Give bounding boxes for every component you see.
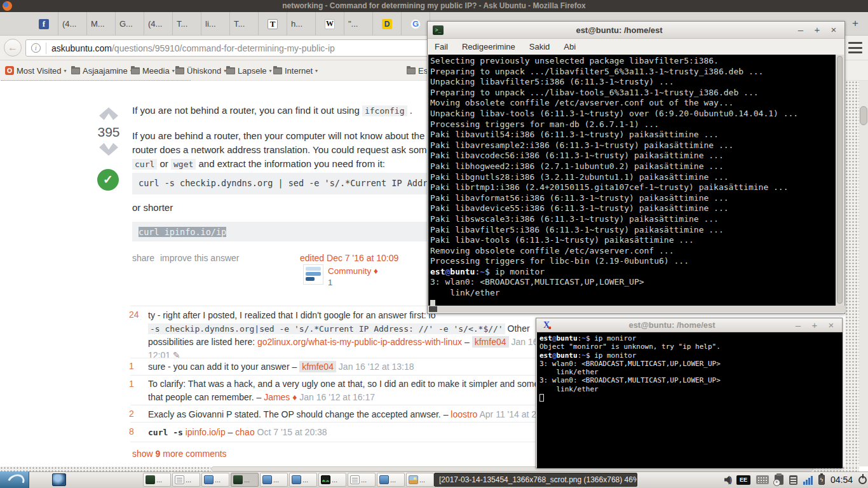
terminal-scrollbar-thumb[interactable] (837, 56, 843, 304)
vote-up-arrow[interactable] (99, 107, 118, 120)
folder-icon (379, 475, 389, 484)
tab-3[interactable]: M... (87, 12, 116, 36)
taskbar-button-files[interactable]: ... (377, 473, 405, 487)
taskbar-button-terminal[interactable]: ... (143, 473, 171, 487)
divider (130, 375, 537, 376)
xterm-icon: X (541, 320, 552, 330)
tab-12[interactable]: "... (344, 12, 373, 36)
menu-sakid[interactable]: Sakid (529, 42, 550, 51)
maximize-button[interactable]: + (811, 24, 823, 36)
menu-fail[interactable]: Fail (435, 42, 448, 51)
terminal-output[interactable]: est@buntu:~$ ip monirorObject "moniror" … (537, 332, 843, 468)
edit-comment-icon[interactable]: ✎ (173, 350, 180, 360)
tab-7[interactable]: li... (201, 12, 230, 36)
close-button[interactable]: × (828, 24, 839, 36)
taskbar-button-files[interactable]: ... (201, 473, 229, 487)
bookmark-uhiskond[interactable]: Ühiskond▾ (175, 60, 226, 81)
taskbar-button-files[interactable]: ... (260, 473, 288, 487)
go2linux-link[interactable]: go2linux.org/what-is-my-public-ip-addres… (257, 337, 462, 347)
bookmark-internet[interactable]: Internet▾ (273, 60, 318, 81)
bookmarks-focus-dots (1, 80, 191, 81)
taskbar-button-editor[interactable]: ... (348, 473, 376, 487)
edited-link[interactable]: edited Dec 7 '16 at 10:09 (300, 253, 398, 263)
community-user-link[interactable]: Community ♦ (328, 266, 378, 276)
bookmark-es[interactable]: Es (407, 60, 428, 81)
bookmark-asjaajamine[interactable]: Asjaajamine▾ (71, 60, 133, 81)
bookmark-most-visited[interactable]: Most Visited▾ (5, 60, 67, 81)
tab-delfi[interactable]: D (373, 12, 402, 36)
user-link-kfmfe04[interactable]: kfmfe04 (472, 336, 509, 348)
terminal-line: Unpacking libavfilter5:i386 (6:11.3-1~tr… (430, 77, 837, 88)
site-info-icon[interactable]: i (31, 43, 41, 53)
lxterminal-title: est@buntu: /home/est (449, 25, 790, 35)
close-button[interactable]: × (825, 320, 837, 331)
show-more-comments-link[interactable]: show 9 more comments (132, 449, 227, 459)
lxterminal-titlebar[interactable]: >_ est@buntu: /home/est – + × (428, 22, 844, 39)
folder-icon (273, 67, 282, 74)
firefox-icon (3, 1, 12, 11)
keyboard-icon[interactable] (756, 475, 769, 484)
new-tab-button[interactable]: + (848, 16, 863, 31)
network-signal-icon[interactable] (803, 475, 813, 485)
terminal-line: 3: wlan0: <BROADCAST,MULTICAST,UP,LOWER_… (539, 376, 843, 384)
battery-icon[interactable]: ϟ (818, 475, 825, 485)
ipinfo-link[interactable]: ipinfo.io/ip (186, 427, 226, 437)
xterm-titlebar[interactable]: X est@buntu: /home/est – + × (536, 318, 842, 332)
back-button[interactable]: ← (4, 39, 22, 57)
google-icon: G (410, 19, 421, 29)
firefox-titlebar[interactable]: networking - Command for determining my … (0, 0, 868, 12)
url-separator (46, 43, 46, 54)
start-menu-button[interactable] (0, 471, 29, 488)
hamburger-menu-icon[interactable] (848, 42, 862, 53)
tab-8[interactable]: T... (230, 12, 259, 36)
minimize-button[interactable]: – (792, 320, 804, 331)
bookmark-meedia[interactable]: Meedia▾ (131, 60, 175, 81)
clipboard-manager-icon[interactable] (775, 475, 783, 485)
notes-icon[interactable] (789, 475, 797, 485)
maximize-button[interactable]: + (809, 320, 820, 331)
minimize-button[interactable]: – (795, 24, 806, 36)
vertical-scrollbar-thumb[interactable] (860, 106, 867, 125)
vertical-scrollbar-trough[interactable] (845, 81, 859, 466)
tab-5[interactable]: (4... (144, 12, 173, 36)
volume-icon[interactable]: )) (724, 475, 731, 484)
tab-6[interactable]: T... (173, 12, 201, 36)
user-link-loostro[interactable]: loostro (451, 409, 477, 419)
vote-down-arrow[interactable] (99, 143, 118, 156)
tab-wikipedia[interactable]: W (316, 12, 344, 36)
terminal-output[interactable]: Selecting previously unselected package … (428, 55, 837, 308)
taskbar-button-system-monitor[interactable]: ... (318, 473, 346, 487)
desktop: networking - Command for determining my … (0, 0, 868, 488)
clock[interactable]: 04:54 (831, 475, 853, 485)
bookmark-lapsele[interactable]: Lapsele▾ (226, 60, 272, 81)
user-link-chao[interactable]: chao (235, 427, 254, 437)
user-link-james[interactable]: James ♦ (264, 392, 297, 402)
menu-redigeerimine[interactable]: Redigeerimine (462, 42, 515, 51)
share-link[interactable]: share (132, 253, 154, 263)
tab-facebook[interactable]: f (30, 12, 58, 36)
tab-10[interactable]: h... (287, 12, 316, 36)
vertical-scrollbar-track[interactable] (859, 81, 868, 466)
user-link-kfmfe04[interactable]: kfmfe04 (299, 361, 336, 372)
taskbar-button-screenshot-active[interactable]: [2017-03-14-135454_1366x768_scrot.png (1… (434, 473, 637, 487)
lxterminal-menubar: Fail Redigeerimine Sakid Abi (428, 39, 844, 55)
tab-4[interactable]: G... (116, 12, 144, 36)
terminal-line: Paki libavfilter5:i386 (6:11.3-1~trusty)… (430, 225, 837, 236)
taskbar-button-editor[interactable]: ... (172, 473, 200, 487)
taskbar-button-files[interactable]: ... (289, 473, 317, 487)
community-avatar[interactable] (303, 264, 323, 285)
terminal-scrollbar[interactable] (836, 55, 844, 308)
tab-google[interactable]: G (402, 12, 430, 36)
menu-abi[interactable]: Abi (564, 42, 576, 51)
keyboard-layout-indicator[interactable]: EE (736, 475, 750, 485)
power-icon[interactable] (858, 476, 867, 484)
facebook-icon: f (39, 19, 49, 29)
taskbar-button-image-viewer[interactable]: ... (406, 473, 434, 487)
taskbar-button-terminal-active[interactable]: ... (231, 473, 259, 487)
tab-2[interactable]: (4... (58, 12, 87, 36)
resize-grip[interactable] (429, 306, 437, 312)
tab-nytimes[interactable]: T (259, 12, 287, 36)
web-browser-launcher-icon[interactable] (52, 473, 66, 486)
horizontal-scrollbar-trough-left[interactable] (0, 466, 211, 471)
improve-answer-link[interactable]: improve this answer (160, 253, 240, 263)
